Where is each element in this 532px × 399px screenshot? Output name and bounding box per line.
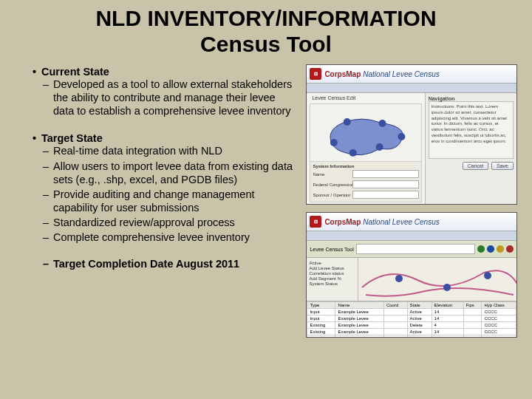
target-item: Real-time data integration with NLD [30, 144, 299, 157]
green-dot-icon [477, 245, 485, 253]
app-subtitle: National Levee Census [363, 218, 439, 226]
app-header: ⧈ CorpsMap National Levee Census [307, 65, 516, 83]
corps-logo-icon: ⧈ [310, 68, 321, 80]
yellow-dot-icon [497, 245, 504, 253]
table-row[interactable]: InputExample LeveeActive14CCCC [307, 309, 516, 316]
table-row[interactable]: ExistingExample LeveeDelete4CCCC [307, 335, 516, 338]
save-button[interactable]: Save [491, 162, 514, 170]
screenshot-table-view: ⧈ CorpsMap National Levee Census Levee C… [306, 212, 517, 338]
target-item: Complete comprehensive levee inventory [30, 231, 299, 244]
mini-map [310, 103, 421, 164]
table-header-row: TypeNameCoordStateElevationFipsHyp Class [307, 302, 516, 309]
right-pane: Navigation Instructions: Point this text… [426, 93, 516, 205]
toolbar: Levee Census Tool [307, 241, 516, 258]
target-item: Provide auditing and change management c… [30, 188, 299, 214]
text-column: Current State Developed as a tool to all… [30, 64, 299, 345]
content-row: Current State Developed as a tool to all… [0, 58, 532, 345]
table-header: Elevation [432, 302, 463, 309]
congress-input[interactable] [352, 180, 419, 188]
field-label: Federal Congressional [313, 183, 352, 187]
blue-dot-icon [487, 245, 494, 253]
svg-point-2 [379, 120, 386, 127]
table-row[interactable]: InputExample LeveeActive14CCCC [307, 316, 516, 322]
target-state-heading: Target State [30, 132, 299, 144]
left-pane: Levee Census Edit System [307, 93, 425, 205]
target-item: Allow users to import levee data from ex… [30, 160, 299, 186]
table-header: Name [335, 302, 384, 309]
svg-point-3 [398, 133, 406, 140]
svg-point-4 [376, 143, 383, 151]
field-label: Sponsor / Operator [313, 193, 352, 197]
table-header: Coord [383, 302, 407, 309]
cancel-button[interactable]: Cancel [463, 162, 489, 170]
fields-header: System Information [313, 164, 418, 168]
sidebar-item[interactable]: Add Segment % [309, 276, 355, 281]
completion-date: Target Completion Date August 2011 [30, 257, 299, 270]
left-header: Levee Census Edit [310, 93, 358, 103]
svg-point-1 [344, 118, 351, 126]
tab-bar [307, 231, 516, 241]
toolbar-label: Levee Census Tool [310, 247, 353, 252]
table-header: Fips [463, 302, 482, 309]
nav-header: Navigation [429, 96, 514, 101]
app-subtitle: National Levee Census [363, 70, 439, 78]
screenshot-edit-form: ⧈ CorpsMap National Levee Census Levee C… [306, 64, 517, 205]
svg-point-5 [349, 149, 357, 157]
svg-point-6 [395, 275, 403, 282]
svg-point-8 [484, 272, 491, 279]
instructions-box: Instructions: Point this text. Lorem ips… [429, 101, 514, 159]
table-row[interactable]: ExistingExample LeveeActive14CCCC [307, 329, 516, 335]
app-brand: CorpsMap [324, 70, 361, 78]
svg-point-7 [443, 284, 451, 291]
app-header: ⧈ CorpsMap National Levee Census [307, 213, 516, 231]
svg-point-0 [330, 139, 338, 146]
system-info-panel: System Information Name Federal Congress… [310, 161, 421, 202]
red-dot-icon [506, 245, 514, 253]
sidebar-item[interactable]: Correlation status [309, 271, 355, 276]
map-sidebar: Active Add Levee Status Correlation stat… [307, 258, 358, 301]
corps-logo-icon: ⧈ [310, 216, 321, 228]
table-header: State [407, 302, 432, 309]
search-input[interactable] [356, 244, 475, 254]
data-table: TypeNameCoordStateElevationFipsHyp Class… [307, 301, 516, 338]
current-state-item: Developed as a tool to allow external st… [30, 78, 299, 117]
map-panel: Active Add Levee Status Correlation stat… [307, 258, 516, 301]
tab-bar [307, 83, 516, 93]
name-input[interactable] [352, 170, 419, 178]
current-state-heading: Current State [30, 66, 299, 78]
field-label: Name [313, 172, 352, 177]
screenshot-column: ⧈ CorpsMap National Levee Census Levee C… [299, 64, 517, 345]
sidebar-item[interactable]: Active [309, 261, 355, 265]
target-item: Standardized review/approval process [30, 216, 299, 229]
sidebar-item[interactable]: Add Levee Status [309, 266, 355, 270]
sidebar-item[interactable]: System Status [309, 282, 355, 286]
table-row[interactable]: ExistingExample LeveeDelete4CCCC [307, 322, 516, 329]
slide-title: NLD INVENTORY/INFORMATIONCensus Tool [0, 0, 532, 58]
sponsor-input[interactable] [352, 191, 419, 199]
table-header: Hyp Class [482, 302, 516, 309]
table-header: Type [307, 302, 335, 309]
app-brand: CorpsMap [324, 218, 361, 226]
